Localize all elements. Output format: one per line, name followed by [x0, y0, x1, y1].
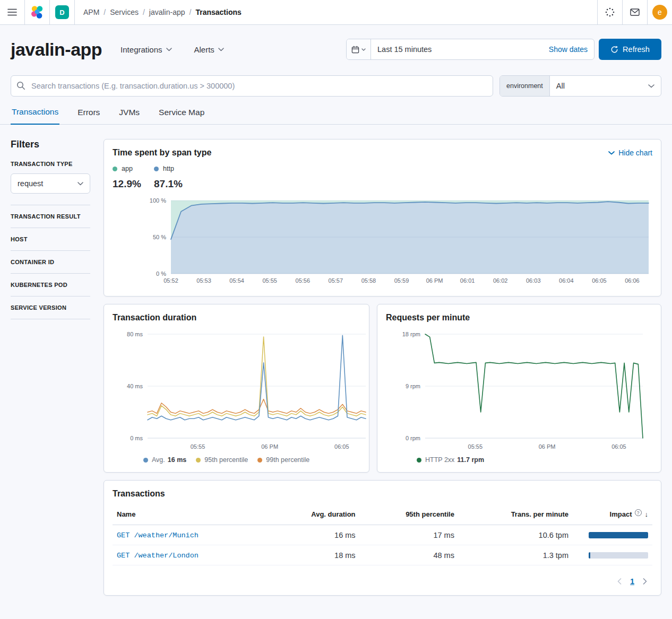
- pagination: 1: [113, 576, 652, 587]
- quick-select-button[interactable]: [347, 39, 371, 59]
- refresh-button[interactable]: Refresh: [599, 39, 661, 60]
- hide-chart-button[interactable]: Hide chart: [608, 149, 652, 157]
- filter-section-service-version[interactable]: SERVICE VERSION: [11, 297, 90, 319]
- column-header-95th[interactable]: 95th percentile: [360, 506, 459, 525]
- duration-legend: Avg. 16 ms 95th percentile 99th percenti…: [113, 456, 360, 464]
- chevron-down-icon: [218, 48, 224, 51]
- elastic-logo-icon: [30, 5, 44, 19]
- elastic-logo[interactable]: [25, 0, 50, 24]
- breadcrumb-apm[interactable]: APM: [83, 8, 99, 16]
- filter-section-kubernetes-pod[interactable]: KUBERNETES POD: [11, 274, 90, 297]
- legend-label-app: app: [122, 165, 133, 172]
- legend-dot-http-2xx: [417, 458, 421, 463]
- legend-item-http[interactable]: http 87.1%: [154, 165, 195, 190]
- top-navigation-bar: D APM / Services / javalin-app / Transac…: [0, 0, 672, 25]
- tab-transactions[interactable]: Transactions: [11, 107, 59, 125]
- tab-jvms[interactable]: JVMs: [118, 107, 141, 124]
- chevron-down-icon: [361, 48, 366, 51]
- hide-chart-label: Hide chart: [618, 149, 652, 157]
- environment-select[interactable]: environment All: [499, 75, 661, 97]
- transaction-link[interactable]: GET /weather/Munich: [117, 531, 199, 539]
- search-input[interactable]: [11, 75, 493, 97]
- transaction-type-select[interactable]: request: [11, 173, 90, 194]
- show-dates-button[interactable]: Show dates: [542, 39, 594, 59]
- assistant-button[interactable]: [597, 0, 622, 24]
- chevron-down-icon: [77, 182, 83, 186]
- mail-icon: [630, 8, 640, 16]
- svg-text:06:01: 06:01: [460, 277, 475, 284]
- space-selector[interactable]: D: [50, 0, 75, 24]
- breadcrumb-service[interactable]: javalin-app: [149, 8, 185, 16]
- filter-section-transaction-result[interactable]: TRANSACTION RESULT: [11, 205, 90, 228]
- legend-item-app[interactable]: app 12.9%: [113, 165, 154, 190]
- svg-text:80 ms: 80 ms: [127, 331, 143, 337]
- svg-text:05:54: 05:54: [229, 277, 244, 284]
- hamburger-icon: [7, 8, 17, 16]
- legend-item-avg[interactable]: Avg. 16 ms: [143, 456, 186, 464]
- column-header-name[interactable]: Name: [113, 506, 269, 525]
- legend-label-95th: 95th percentile: [204, 456, 248, 464]
- filter-section-host[interactable]: HOST: [11, 228, 90, 251]
- page-body: Filters TRANSACTION TYPE request TRANSAC…: [0, 125, 672, 603]
- transactions-table-title: Transactions: [113, 489, 652, 499]
- impact-bar: [589, 552, 648, 559]
- svg-text:06:06: 06:06: [625, 277, 640, 284]
- svg-text:0 rpm: 0 rpm: [406, 435, 420, 441]
- app-percentage: 12.9%: [113, 178, 154, 190]
- previous-page-button[interactable]: [615, 576, 624, 587]
- filters-title: Filters: [11, 139, 90, 150]
- user-menu-button[interactable]: e: [647, 0, 672, 24]
- alerts-menu[interactable]: Alerts: [194, 45, 224, 54]
- svg-text:05:55: 05:55: [468, 443, 483, 450]
- svg-text:0 ms: 0 ms: [130, 435, 143, 441]
- avg-duration-cell: 16 ms: [269, 525, 360, 545]
- transaction-link[interactable]: GET /weather/London: [117, 552, 199, 560]
- svg-text:05:57: 05:57: [329, 277, 343, 284]
- service-header: javalin-app Integrations Alerts Last 15 …: [0, 25, 672, 60]
- svg-text:06:04: 06:04: [559, 277, 574, 284]
- tab-service-map[interactable]: Service Map: [158, 107, 205, 124]
- legend-item-95th[interactable]: 95th percentile: [196, 456, 248, 464]
- legend-dot-95th: [196, 458, 201, 463]
- legend-item-http-2xx[interactable]: HTTP 2xx 11.7 rpm: [417, 456, 484, 464]
- breadcrumb-separator: /: [143, 8, 145, 16]
- svg-text:06 PM: 06 PM: [426, 277, 443, 284]
- environment-prepend-label: environment: [500, 76, 550, 96]
- breadcrumb-services[interactable]: Services: [110, 8, 139, 16]
- chevron-down-icon: [648, 84, 654, 88]
- column-header-avg-duration[interactable]: Avg. duration: [269, 506, 360, 525]
- time-range-display[interactable]: Last 15 minutes: [371, 39, 542, 59]
- column-header-tpm[interactable]: Trans. per minute: [459, 506, 573, 525]
- impact-bar: [589, 532, 648, 538]
- chevron-down-icon: [166, 48, 172, 51]
- main-content: Time spent by span type Hide chart app 1…: [104, 139, 661, 596]
- avatar: e: [652, 5, 667, 20]
- legend-item-99th[interactable]: 99th percentile: [257, 456, 309, 464]
- svg-text:05:53: 05:53: [196, 277, 211, 284]
- menu-button[interactable]: [0, 0, 25, 24]
- time-spent-title: Time spent by span type: [113, 148, 211, 158]
- page-number-1[interactable]: 1: [625, 577, 640, 586]
- requests-per-minute-panel: Requests per minute 0 rpm9 rpm18 rpm05:5…: [377, 304, 661, 473]
- breadcrumb-separator: /: [104, 8, 106, 16]
- refresh-icon: [610, 46, 618, 54]
- breadcrumb-separator: /: [189, 8, 192, 16]
- transactions-table: Name Avg. duration 95th percentile Trans…: [113, 506, 652, 565]
- column-header-impact[interactable]: Impact?↓: [573, 506, 652, 525]
- tab-errors[interactable]: Errors: [76, 107, 101, 124]
- svg-text:05:55: 05:55: [262, 277, 277, 284]
- svg-text:0 %: 0 %: [156, 271, 166, 277]
- svg-text:9 rpm: 9 rpm: [406, 383, 420, 389]
- legend-dot-http: [154, 167, 159, 171]
- question-circle-icon: ?: [635, 509, 642, 516]
- legend-label-http: http: [163, 165, 174, 172]
- calendar-icon: [351, 46, 359, 54]
- date-picker: Last 15 minutes Show dates: [346, 39, 595, 60]
- rpm-legend: HTTP 2xx 11.7 rpm: [386, 456, 652, 464]
- filter-section-container-id[interactable]: CONTAINER ID: [11, 251, 90, 274]
- svg-text:06:05: 06:05: [592, 277, 607, 284]
- next-page-button[interactable]: [641, 576, 649, 587]
- http-percentage: 87.1%: [154, 178, 195, 190]
- newsfeed-button[interactable]: [622, 0, 647, 24]
- integrations-menu[interactable]: Integrations: [120, 45, 171, 54]
